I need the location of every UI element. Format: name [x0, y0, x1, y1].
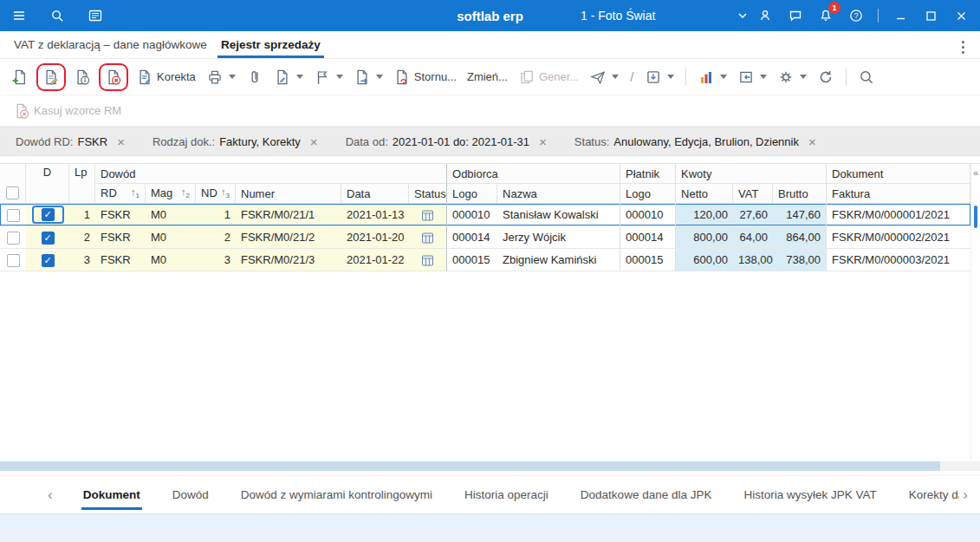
vertical-scrollbar[interactable]: «: [970, 164, 980, 461]
col-header-nazwa[interactable]: Nazwa: [497, 184, 620, 204]
cell-vat[interactable]: 64,00: [733, 226, 773, 249]
d-checkbox[interactable]: [42, 254, 55, 267]
remove-filter-icon[interactable]: ×: [117, 135, 125, 148]
cell-nd[interactable]: 3: [196, 249, 236, 271]
col-header-mag[interactable]: Mag↑2: [146, 184, 196, 204]
col-header-status[interactable]: Status: [409, 184, 447, 204]
cell-faktura[interactable]: FSKR/M0/000003/2021: [827, 249, 970, 271]
remove-filter-icon[interactable]: ×: [808, 135, 816, 148]
cell-logo-platnik[interactable]: 000010: [620, 204, 676, 226]
cell-nazwa[interactable]: Jerzy Wójcik: [497, 226, 620, 249]
tab-historia-operacji[interactable]: Historia operacji: [463, 480, 550, 510]
filter-chip-status[interactable]: Status: Anulowany, Edycja, Brulion, Dzie…: [574, 135, 816, 148]
document-actions-button[interactable]: [349, 65, 387, 89]
tabs-more-options-icon[interactable]: [962, 46, 964, 49]
close-window-icon[interactable]: [952, 7, 970, 24]
d-checkbox[interactable]: [42, 232, 55, 245]
filter-chip-dowod[interactable]: Dowód RD: FSKR ×: [16, 135, 125, 148]
tab-historia-wysylek-jpk[interactable]: Historia wysyłek JPK VAT: [742, 480, 878, 510]
cell-numer[interactable]: FSKR/M0/21/3: [236, 249, 341, 271]
collapse-panel-icon[interactable]: «: [971, 164, 980, 181]
filter-chip-rodzaj-dok[interactable]: Rodzaj dok.: Faktury, Korekty ×: [153, 135, 318, 148]
row-select-checkbox[interactable]: [7, 232, 20, 245]
remove-filter-icon[interactable]: ×: [539, 135, 547, 148]
cell-netto[interactable]: 800,00: [676, 226, 733, 249]
cell-nazwa[interactable]: Zbigniew Kamiński: [497, 249, 620, 271]
cell-brutto[interactable]: 147,60: [773, 204, 827, 226]
scroll-tabs-right-icon[interactable]: ›: [959, 486, 971, 504]
cell-rd[interactable]: FSKR: [95, 249, 146, 271]
col-header-faktura[interactable]: Faktura: [827, 184, 970, 204]
news-icon[interactable]: [87, 7, 104, 24]
remove-filter-icon[interactable]: ×: [310, 135, 318, 148]
vertical-scrollbar-thumb[interactable]: [974, 206, 977, 228]
cell-lp[interactable]: 1: [69, 204, 95, 226]
attachments-button[interactable]: [242, 65, 268, 89]
cell-rd[interactable]: FSKR: [95, 204, 146, 226]
col-header-vat[interactable]: VAT: [733, 184, 773, 204]
cell-netto[interactable]: 600,00: [676, 249, 733, 271]
tab-rejestr-sprzedazy[interactable]: Rejestr sprzedaży: [217, 33, 324, 58]
chat-icon[interactable]: [787, 7, 804, 24]
col-header-logo-odbiorca[interactable]: Logo: [447, 184, 497, 204]
col-header-nd[interactable]: ND↑3: [196, 184, 236, 204]
delete-document-button[interactable]: [101, 65, 127, 89]
table-row[interactable]: 3 FSKR M0 3 FSKR/M0/21/3 2021-01-22 0000…: [0, 249, 970, 271]
col-header-rd[interactable]: RD↑1: [95, 184, 146, 204]
zmien-button[interactable]: Zmień...: [463, 67, 512, 87]
cell-lp[interactable]: 2: [69, 226, 95, 249]
row-select-checkbox[interactable]: [7, 254, 20, 267]
menu-icon[interactable]: [10, 7, 28, 24]
cell-nd[interactable]: 2: [196, 226, 236, 249]
kasuj-wzorce-button[interactable]: Kasuj wzorce RM: [9, 99, 126, 123]
cell-status[interactable]: [409, 249, 447, 271]
scroll-tabs-left-icon[interactable]: ‹: [48, 486, 53, 504]
cell-logo-platnik[interactable]: 000014: [620, 226, 676, 249]
maximize-window-icon[interactable]: [922, 7, 939, 24]
cell-vat[interactable]: 27,60: [733, 204, 773, 226]
cell-lp[interactable]: 3: [69, 249, 95, 271]
storno-button[interactable]: Stornu...: [389, 65, 461, 89]
col-header-logo-platnik[interactable]: Logo: [620, 184, 676, 204]
cell-numer[interactable]: FSKR/M0/21/2: [236, 226, 341, 249]
row-select-checkbox[interactable]: [7, 209, 20, 222]
help-icon[interactable]: ?: [847, 7, 865, 24]
table-row[interactable]: 1 FSKR M0 1 FSKR/M0/21/1 2021-01-13 0000…: [0, 204, 970, 226]
col-header-lp[interactable]: Lp: [69, 164, 95, 204]
search-icon[interactable]: [49, 7, 66, 24]
new-document-button[interactable]: [7, 65, 33, 89]
cell-nd[interactable]: 1: [196, 204, 236, 226]
cell-select[interactable]: [0, 204, 26, 226]
print-button[interactable]: [202, 65, 240, 89]
tab-vat-z-deklaracja[interactable]: VAT z deklaracją – dane nagłówkowe: [10, 33, 211, 58]
col-header-d[interactable]: D: [26, 164, 69, 204]
tab-dodatkowe-dane-jpk[interactable]: Dodatkowe dane dla JPK: [579, 480, 714, 510]
cell-faktura[interactable]: FSKR/M0/000001/2021: [827, 204, 970, 226]
cell-faktura[interactable]: FSKR/M0/000002/2021: [827, 226, 970, 249]
company-selector[interactable]: 1 - Foto Świat: [581, 9, 747, 23]
cell-vat[interactable]: 138,00: [733, 249, 773, 271]
sign-document-button[interactable]: [269, 65, 308, 89]
cell-mag[interactable]: M0: [146, 226, 196, 249]
user-icon[interactable]: [756, 7, 774, 24]
korekta-button[interactable]: Korekta: [132, 65, 200, 89]
tab-dowod-z-wymiarami[interactable]: Dowód z wymiarami kontrolingowymi: [239, 480, 434, 510]
table-row[interactable]: 2 FSKR M0 2 FSKR/M0/21/2 2021-01-20 0000…: [0, 226, 970, 249]
select-all-checkbox[interactable]: [6, 186, 19, 199]
cell-rd[interactable]: FSKR: [95, 226, 146, 249]
horizontal-scrollbar-thumb[interactable]: [0, 461, 940, 471]
cell-status[interactable]: [409, 204, 447, 226]
quick-search-button[interactable]: [853, 65, 879, 89]
notifications-bell-icon[interactable]: 1: [817, 7, 834, 24]
cell-logo-platnik[interactable]: 000015: [620, 249, 676, 271]
cell-brutto[interactable]: 738,00: [773, 249, 827, 271]
cell-status[interactable]: [409, 226, 447, 249]
cell-data[interactable]: 2021-01-13: [341, 204, 409, 226]
cell-logo-odbiorca[interactable]: 000014: [447, 226, 497, 249]
col-header-brutto[interactable]: Brutto: [773, 184, 827, 204]
cell-brutto[interactable]: 864,00: [773, 226, 827, 249]
cell-d[interactable]: [26, 226, 69, 249]
col-header-data[interactable]: Data: [341, 184, 409, 204]
tab-dowod[interactable]: Dowód: [171, 480, 211, 510]
dock-panel-button[interactable]: [733, 65, 771, 89]
